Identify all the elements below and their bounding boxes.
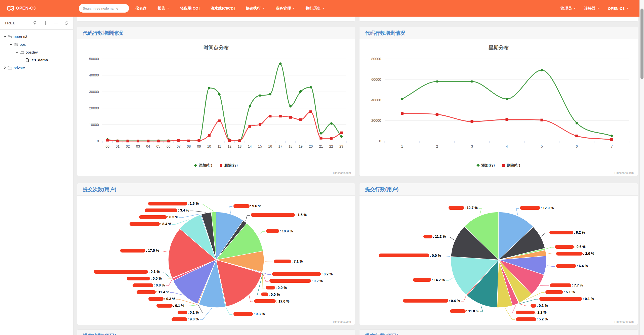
tree-node-ops[interactable]: ops — [0, 40, 73, 48]
locate-icon[interactable] — [32, 21, 37, 25]
svg-text:2: 2 — [436, 144, 438, 148]
logo[interactable]: C3 OPEN-C3 — [7, 5, 36, 12]
panel-header: 提交次数(用户) — [77, 183, 355, 196]
nav-item-exechistory[interactable]: 执行历史 — [306, 6, 325, 11]
chevron-right-icon[interactable] — [3, 66, 7, 70]
svg-text:80000: 80000 — [371, 57, 381, 61]
panel-title: 提交行数(项目) — [365, 332, 398, 335]
svg-text:18: 18 — [289, 144, 293, 148]
minus-icon[interactable] — [54, 21, 58, 25]
pie-chart — [359, 196, 638, 325]
tree-node-opsdev[interactable]: opsdev — [0, 48, 73, 56]
highcharts-credits[interactable]: Highcharts.com — [332, 171, 351, 174]
diamond-marker-icon — [194, 164, 197, 167]
svg-text:30000: 30000 — [89, 90, 99, 94]
svg-text:19: 19 — [299, 144, 303, 148]
svg-text:10: 10 — [207, 144, 211, 148]
chevron-down-icon — [626, 8, 628, 10]
scrollbar[interactable] — [639, 0, 644, 335]
nav-item-openc3-menu[interactable]: OPEN-C3 — [608, 6, 628, 11]
pie-chart-body: Highcharts.com : 9.6 %: 1.5 %: 10.9 %: 7… — [77, 196, 355, 325]
chevron-down-icon[interactable] — [15, 50, 19, 54]
svg-text:60000: 60000 — [371, 77, 381, 81]
svg-text:7: 7 — [611, 144, 613, 148]
tree-node-open-c3[interactable]: open-c3 — [0, 33, 73, 40]
chart-body: 星期分布 0200004000060000800001234567 添加(行) … — [359, 39, 638, 176]
legend-item-deleted[interactable]: 删除(行) — [220, 163, 238, 168]
legend-item-added[interactable]: 添加(行) — [194, 163, 212, 168]
svg-text:50000: 50000 — [89, 57, 99, 61]
pie-chart-body: Highcharts.com : 12.9 %: 8.2 %: 0.6 %: 2… — [359, 196, 638, 325]
svg-text:13: 13 — [238, 144, 242, 148]
tree-node-private[interactable]: private — [0, 64, 73, 72]
tree-node-c3-demo[interactable]: c3_demo — [0, 56, 73, 64]
scrolled-panel-bottom — [359, 17, 638, 22]
svg-text:20: 20 — [309, 144, 313, 148]
panel-title: 代码行数增删情况 — [365, 30, 405, 36]
search-input[interactable] — [79, 4, 129, 13]
header: C3 OPEN-C3 仪表盘 报告 轻应用[CO] 流水线[CI/CD] 快速执… — [0, 0, 639, 17]
svg-text:0: 0 — [379, 139, 381, 143]
legend-item-added[interactable]: 添加(行) — [477, 163, 495, 168]
highcharts-credits[interactable]: Highcharts.com — [332, 320, 351, 323]
chevron-down-icon[interactable] — [3, 35, 7, 38]
chevron-down-icon — [167, 8, 169, 10]
panel-header: 提交行数(项目) — [359, 330, 638, 335]
chevron-down-icon — [293, 8, 295, 10]
svg-text:6: 6 — [576, 144, 578, 148]
svg-text:02: 02 — [126, 144, 130, 148]
folder-open-icon — [8, 35, 12, 39]
nav-item-lightapp[interactable]: 轻应用[CO] — [180, 6, 200, 11]
folder-open-icon — [20, 50, 24, 54]
svg-text:01: 01 — [116, 144, 120, 148]
plus-icon[interactable] — [43, 21, 48, 25]
svg-text:40000: 40000 — [371, 98, 381, 102]
svg-text:20000: 20000 — [371, 118, 381, 122]
logo-text: OPEN-C3 — [16, 6, 36, 11]
legend-item-deleted[interactable]: 删除(行) — [502, 163, 520, 168]
panel-code-lines-by-hour: 代码行数增删情况 时间点分布 0100002000030000400005000… — [77, 27, 355, 176]
svg-text:23: 23 — [339, 144, 343, 148]
svg-text:08: 08 — [187, 144, 191, 148]
chart-legend: 添加(行) 删除(行) — [77, 163, 355, 168]
nav-item-pipeline[interactable]: 流水线[CI/CD] — [211, 6, 235, 11]
folder-open-icon — [14, 43, 18, 47]
chevron-down-icon — [263, 8, 265, 10]
panel-title: 提交次数(项目) — [83, 332, 116, 335]
refresh-icon[interactable] — [64, 21, 69, 25]
panel-header: 代码行数增删情况 — [359, 27, 638, 39]
panel-commit-lines-by-user: 提交行数(用户) Highcharts.com : 12.9 %: 8.2 %:… — [359, 183, 638, 325]
highcharts-credits[interactable]: Highcharts.com — [615, 171, 634, 174]
panel-commit-count-by-user: 提交次数(用户) Highcharts.com : 9.6 %: 1.5 %: … — [77, 183, 355, 325]
nav-item-connector[interactable]: 连接器 — [584, 6, 599, 11]
nav-item-dashboard[interactable]: 仪表盘 — [135, 6, 147, 11]
chart-legend: 添加(行) 删除(行) — [359, 163, 638, 168]
scrolled-panel-bottom — [77, 17, 355, 22]
panel-header: 提交次数(项目) — [77, 330, 355, 335]
highcharts-credits[interactable]: Highcharts.com — [615, 320, 634, 323]
svg-text:15: 15 — [258, 144, 262, 148]
nav-item-admin[interactable]: 管理员 — [560, 6, 576, 11]
nav-item-quickexec[interactable]: 快速执行 — [246, 6, 265, 11]
svg-text:21: 21 — [319, 144, 323, 148]
svg-text:0: 0 — [97, 139, 99, 143]
svg-text:11: 11 — [218, 144, 221, 148]
svg-text:04: 04 — [146, 144, 150, 148]
panel-code-lines-by-weekday: 代码行数增删情况 星期分布 02000040000600008000012345… — [359, 27, 638, 176]
svg-text:12: 12 — [227, 144, 231, 148]
pie-chart — [77, 196, 355, 325]
line-chart: 0100002000030000400005000000010203040506… — [77, 39, 355, 176]
chevron-down-icon[interactable] — [9, 43, 13, 46]
sidebar: TREE open-c3 — [0, 17, 73, 335]
svg-text:20000: 20000 — [89, 106, 99, 110]
line-chart: 0200004000060000800001234567 — [359, 39, 638, 176]
nav-item-bizmgmt[interactable]: 业务管理 — [276, 6, 295, 11]
svg-text:07: 07 — [177, 144, 181, 148]
panel-commit-lines-by-project: 提交行数(项目) — [359, 329, 638, 335]
panel-commit-count-by-project: 提交次数(项目) — [77, 329, 355, 335]
svg-text:16: 16 — [268, 144, 272, 148]
svg-text:06: 06 — [167, 144, 171, 148]
nav-item-report[interactable]: 报告 — [158, 6, 169, 11]
scrollbar-thumb[interactable] — [640, 9, 643, 79]
svg-text:3: 3 — [471, 144, 473, 148]
